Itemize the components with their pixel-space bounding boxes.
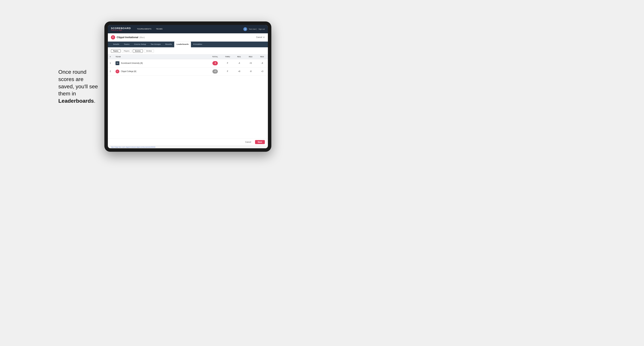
team-logo-2: C <box>116 70 119 73</box>
team-name-1: SU Scoreboard University [A] <box>114 59 208 67</box>
col-rd1: RD1 <box>233 54 245 59</box>
rd3-2: +3 <box>256 67 268 75</box>
navbar: SCOREBOARD Powered by clippd TOURNAMENTS… <box>108 25 268 33</box>
tab-printables[interactable]: Printables <box>191 42 204 47</box>
col-thru: THRU <box>222 54 233 59</box>
sub-tabs: Teams Players Scores Strokes <box>108 47 268 54</box>
leaderboard-table-wrapper: # TEAM TOTAL THRU RD1 RD2 RD3 1 <box>108 54 268 138</box>
brand-logo: SCOREBOARD Powered by clippd <box>111 27 131 31</box>
thru-2: F <box>222 67 233 75</box>
team-logo-1: SU <box>116 61 119 65</box>
subtab-teams[interactable]: Teams <box>111 49 120 53</box>
col-total: TOTAL <box>208 54 222 59</box>
rank-1: 1 <box>108 59 114 67</box>
cancel-button[interactable]: Cancel <box>243 140 254 144</box>
tournament-icon: C <box>111 35 115 39</box>
subtab-scores[interactable]: Scores <box>133 49 143 53</box>
tab-leaderboards[interactable]: Leaderboards <box>174 42 191 47</box>
tab-results[interactable]: Results <box>163 42 174 47</box>
table-row: 1 SU Scoreboard University [A] -5 F <box>108 59 268 67</box>
nav-teams[interactable]: TEAMS <box>154 25 165 33</box>
nav-links: TOURNAMENTS TEAMS <box>135 25 243 33</box>
brand-title: SCOREBOARD <box>111 27 131 29</box>
rd2-2: -8 <box>245 67 256 75</box>
tablet-screen: SCOREBOARD Powered by clippd TOURNAMENTS… <box>108 25 268 148</box>
nav-tournaments[interactable]: TOURNAMENTS <box>135 25 154 33</box>
content-area: Teams Players Scores Strokes # TEAM TOTA… <box>108 47 268 148</box>
tournament-sub: (Men) <box>139 36 145 38</box>
tab-tee-groups[interactable]: Tee Groups <box>148 42 163 47</box>
table-row: 2 C Clippd College [A] +3 F <box>108 67 268 75</box>
rd2-1: +5 <box>245 59 256 67</box>
brand-subtitle: Powered by clippd <box>111 29 131 31</box>
tournament-header: C Clippd Invitational (Men) Cancel ✕ <box>108 33 268 42</box>
footer-bar: Cancel Save <box>108 138 268 146</box>
subtab-players[interactable]: Players <box>122 49 132 53</box>
sign-out-link[interactable]: Sign out <box>258 28 265 30</box>
tab-details[interactable]: Details <box>111 42 122 47</box>
tab-teams[interactable]: Teams <box>122 42 132 47</box>
close-icon: ✕ <box>263 36 265 39</box>
thru-1: F <box>222 59 233 67</box>
rank-2: 2 <box>108 67 114 75</box>
col-rd2: RD2 <box>245 54 256 59</box>
tab-course-setup[interactable]: Course Setup <box>132 42 148 47</box>
url-bar: https://stage-blue-coach.stagesCoreboard… <box>108 146 268 148</box>
save-button[interactable]: Save <box>255 140 265 144</box>
team-name-2: C Clippd College [A] <box>114 67 208 75</box>
score-badge-2: +3 <box>212 69 218 74</box>
user-name: Test User | <box>249 28 257 30</box>
col-team: TEAM <box>114 54 208 59</box>
total-2: +3 <box>208 67 222 75</box>
leaderboard-table: # TEAM TOTAL THRU RD1 RD2 RD3 1 <box>108 54 268 76</box>
tablet-device: SCOREBOARD Powered by clippd TOURNAMENTS… <box>104 21 271 152</box>
tournament-cancel-button[interactable]: Cancel ✕ <box>256 36 265 39</box>
total-1: -5 <box>208 59 222 67</box>
rd1-2: +8 <box>233 67 245 75</box>
navbar-right: S Test User | Sign out <box>243 27 265 31</box>
subtab-strokes[interactable]: Strokes <box>144 49 154 53</box>
rd3-1: -6 <box>256 59 268 67</box>
col-rank: # <box>108 54 114 59</box>
col-rd3: RD3 <box>256 54 268 59</box>
instruction-text: Once round scores are saved, you'll see … <box>51 65 104 108</box>
tournament-name: Clippd Invitational <box>117 36 138 39</box>
rd1-1: -4 <box>233 59 245 67</box>
user-avatar: S <box>243 27 247 31</box>
tab-navigation: Details Teams Course Setup Tee Groups Re… <box>108 42 268 47</box>
score-badge-1: -5 <box>212 61 218 65</box>
